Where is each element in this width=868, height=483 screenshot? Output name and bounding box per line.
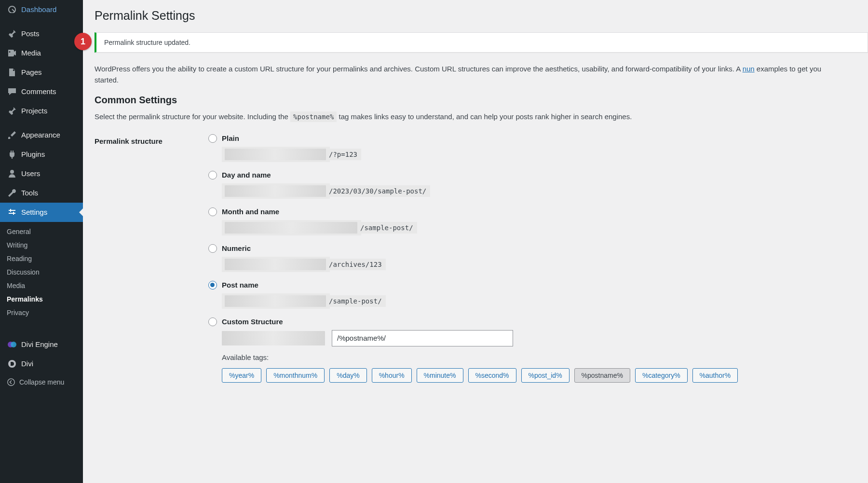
option-post-name-example: /sample-post/ xyxy=(222,293,868,309)
admin-menu: Dashboard Posts Media Pages Commen xyxy=(0,0,83,373)
available-tags-label: Available tags: xyxy=(222,353,868,361)
option-plain: Plain /?p=123 xyxy=(208,134,868,162)
example-text: /?p=123 xyxy=(329,149,361,160)
option-label-text: Post name xyxy=(222,281,258,289)
page-title: Permalink Settings xyxy=(95,0,868,29)
svg-point-3 xyxy=(8,379,14,386)
brush-icon xyxy=(7,130,17,140)
settings-sub-general[interactable]: General xyxy=(0,225,83,238)
tag-day[interactable]: %day% xyxy=(329,368,366,383)
tag-category[interactable]: %category% xyxy=(635,368,688,383)
option-post-name-label[interactable]: Post name xyxy=(208,281,868,290)
tag-post-id[interactable]: %post_id% xyxy=(521,368,570,383)
permalink-structure-label: Permalink structure xyxy=(95,134,208,145)
option-label-text: Month and name xyxy=(222,207,279,216)
permalink-options: Plain /?p=123 Day and name /2023/03/30/s… xyxy=(208,134,868,391)
sidebar-item-label: Users xyxy=(21,169,40,179)
pin-icon xyxy=(7,106,17,116)
available-tags-list: %year% %monthnum% %day% %hour% %minute% … xyxy=(222,368,868,383)
option-numeric-example: /archives/123 xyxy=(222,257,868,272)
tag-author[interactable]: %author% xyxy=(692,368,738,383)
sidebar-item-dashboard[interactable]: Dashboard xyxy=(0,0,83,19)
tag-second[interactable]: %second% xyxy=(468,368,516,383)
sidebar-item-label: Plugins xyxy=(21,150,45,159)
admin-sidebar: 1 Dashboard Posts Media Pages xyxy=(0,0,83,483)
sidebar-item-projects[interactable]: Projects xyxy=(0,101,83,121)
radio-numeric[interactable] xyxy=(208,244,217,253)
sidebar-item-divi[interactable]: Divi xyxy=(0,354,83,373)
tag-monthnum[interactable]: %monthnum% xyxy=(266,368,325,383)
settings-sub-writing[interactable]: Writing xyxy=(0,238,83,252)
sidebar-item-label: Tools xyxy=(21,188,38,198)
sidebar-item-label: Media xyxy=(21,48,41,58)
sidebar-item-tools[interactable]: Tools xyxy=(0,183,83,203)
sidebar-item-appearance[interactable]: Appearance xyxy=(0,125,83,145)
intro-link[interactable]: nun xyxy=(743,65,755,73)
help-suffix: tag makes links easy to understand, and … xyxy=(339,112,632,121)
sidebar-item-label: Divi xyxy=(21,359,33,369)
media-icon xyxy=(7,48,17,58)
sidebar-item-label: Divi Engine xyxy=(21,340,58,349)
wrench-icon xyxy=(7,188,17,198)
sidebar-item-label: Posts xyxy=(21,29,40,39)
custom-structure-input[interactable] xyxy=(332,330,513,346)
option-numeric: Numeric /archives/123 xyxy=(208,244,868,272)
tag-postname[interactable]: %postname% xyxy=(574,368,630,383)
example-text: /2023/03/30/sample-post/ xyxy=(329,185,430,197)
collapse-label: Collapse menu xyxy=(19,378,64,386)
sidebar-item-label: Pages xyxy=(21,68,42,77)
tag-year[interactable]: %year% xyxy=(222,368,261,383)
radio-day-name[interactable] xyxy=(208,171,217,179)
sidebar-item-plugins[interactable]: Plugins xyxy=(0,145,83,164)
option-custom: Custom Structure Available tags: %year% … xyxy=(208,317,868,383)
sliders-icon xyxy=(7,207,17,218)
divi-icon xyxy=(7,359,17,369)
radio-post-name[interactable] xyxy=(208,281,217,290)
option-plain-label[interactable]: Plain xyxy=(208,134,868,143)
sidebar-item-label: Dashboard xyxy=(21,5,56,14)
collapse-menu-button[interactable]: Collapse menu xyxy=(0,373,83,391)
gauge-icon xyxy=(7,4,17,15)
notice-text: Permalink structure updated. xyxy=(104,39,190,46)
settings-sub-permalinks[interactable]: Permalinks xyxy=(0,292,83,306)
option-day-name-example: /2023/03/30/sample-post/ xyxy=(222,183,868,199)
option-numeric-label[interactable]: Numeric xyxy=(208,244,868,253)
option-label-text: Numeric xyxy=(222,244,251,252)
pin-icon xyxy=(7,28,17,39)
page-icon xyxy=(7,67,17,78)
common-settings-help: Select the permalink structure for your … xyxy=(95,112,868,121)
success-notice: Permalink structure updated. xyxy=(95,32,868,53)
divi-engine-icon xyxy=(7,339,17,350)
sidebar-item-label: Settings xyxy=(21,207,47,217)
settings-content: Permalink Settings Permalink structure u… xyxy=(83,0,868,483)
option-month-name-label[interactable]: Month and name xyxy=(208,207,868,216)
option-custom-label[interactable]: Custom Structure xyxy=(208,317,868,326)
sidebar-item-divi-engine[interactable]: Divi Engine xyxy=(0,335,83,354)
option-plain-example: /?p=123 xyxy=(222,147,868,162)
sidebar-item-label: Appearance xyxy=(21,130,60,140)
sidebar-item-pages[interactable]: Pages xyxy=(0,63,83,82)
sidebar-item-comments[interactable]: Comments xyxy=(0,82,83,101)
sidebar-item-posts[interactable]: Posts xyxy=(0,24,83,43)
settings-sub-media[interactable]: Media xyxy=(0,279,83,292)
option-label-text: Day and name xyxy=(222,171,271,179)
sidebar-item-settings[interactable]: Settings xyxy=(0,203,83,222)
settings-submenu: General Writing Reading Discussion Media… xyxy=(0,222,83,324)
tag-hour[interactable]: %hour% xyxy=(372,368,412,383)
collapse-icon xyxy=(7,378,15,386)
option-day-name-label[interactable]: Day and name xyxy=(208,171,868,179)
tag-minute[interactable]: %minute% xyxy=(417,368,463,383)
option-label-text: Plain xyxy=(222,134,239,142)
radio-custom[interactable] xyxy=(208,317,217,326)
radio-plain[interactable] xyxy=(208,134,217,143)
radio-month-name[interactable] xyxy=(208,207,217,216)
sidebar-item-users[interactable]: Users xyxy=(0,164,83,183)
sidebar-item-label: Projects xyxy=(21,106,47,116)
settings-sub-privacy[interactable]: Privacy xyxy=(0,306,83,319)
example-text: /sample-post/ xyxy=(360,222,417,234)
plug-icon xyxy=(7,149,17,160)
settings-sub-reading[interactable]: Reading xyxy=(0,252,83,265)
settings-sub-discussion[interactable]: Discussion xyxy=(0,265,83,279)
sidebar-item-media[interactable]: Media xyxy=(0,43,83,63)
option-post-name: Post name /sample-post/ xyxy=(208,281,868,309)
